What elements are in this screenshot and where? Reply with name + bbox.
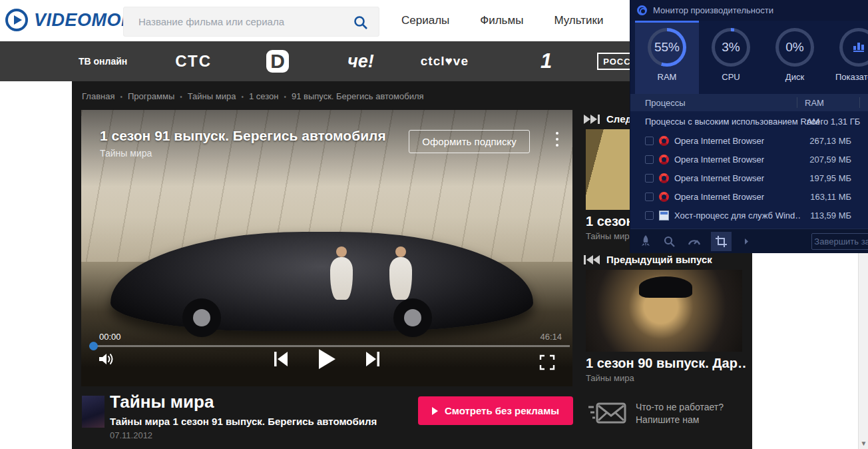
boost-icon[interactable] [640,235,651,247]
disk-gauge: 0% [775,28,814,67]
process-ram: 207,59 МБ [797,155,851,165]
next-episode-icon[interactable] [365,350,380,370]
monitor-title: Монитор производительности [653,5,773,15]
performance-monitor-panel: Монитор производительности 55% RAM 3% CP… [630,0,868,253]
process-row[interactable]: Opera Internet Browser 163,11 МБ [630,187,868,206]
episode-full-title: Тайны мира 1 сезон 91 выпуск. Берегись а… [110,416,377,427]
group-label: Процессы с высоким использованием RAM [630,117,819,127]
feedback-link[interactable]: Что-то не работает? Напишите нам [588,400,724,426]
episode-date: 07.11.2012 [110,430,152,440]
search-box [123,7,379,37]
nav-films[interactable]: Фильмы [480,14,523,27]
opera-icon [659,155,669,165]
breadcrumb: Главная•Программы•Тайны мира•1 сезон•91 … [82,91,424,101]
process-row[interactable]: Opera Internet Browser 267,13 МБ [630,131,868,150]
bar-chart-icon [853,43,864,52]
expand-arrow-icon[interactable] [744,238,749,244]
channel-domashniy-logo[interactable]: D [266,50,289,73]
col-ram[interactable]: RAM [805,98,824,108]
process-row[interactable]: Хост-процесс для служб Wind… 113,59 МБ [630,206,868,224]
process-checkbox[interactable] [645,211,654,220]
play-icon[interactable] [318,348,336,372]
show-poster[interactable] [82,396,105,428]
breadcrumb-home[interactable]: Главная [82,91,114,101]
video-player[interactable]: 1 сезон 91 выпуск. Берегись автомобиля Т… [81,110,572,386]
breadcrumb-programs[interactable]: Программы [128,91,174,101]
watch-without-ads-button[interactable]: Смотреть без рекламы [418,396,573,425]
breadcrumb-separator: • [284,93,286,101]
process-ram: 163,11 МБ [797,192,851,202]
process-checkbox[interactable] [645,137,654,145]
breadcrumb-episode: 91 выпуск. Берегись автомобиля [292,91,424,101]
previous-episode-title[interactable]: 1 сезон 90 выпуск. Дар… [586,356,746,371]
magnifier-icon[interactable] [664,236,675,247]
process-row[interactable]: Opera Internet Browser 207,59 МБ [630,150,868,169]
monitor-logo-icon [637,5,647,15]
end-task-button[interactable]: Завершить задачу [811,233,868,250]
duration: 46:14 [540,332,562,342]
breadcrumb-show[interactable]: Тайны мира [188,91,236,101]
monitor-gauge-tabs: 55% RAM 3% CPU 0% Диск Показатели [630,21,868,94]
process-checkbox[interactable] [645,155,654,164]
channel-tv-online[interactable]: ТВ онлайн [79,56,127,67]
player-show-name[interactable]: Тайны мира [100,148,152,159]
process-name: Opera Internet Browser [674,155,764,165]
monitor-toolbar: Завершить задачу [630,228,868,253]
channel-cts-logo[interactable]: СТС [175,52,212,71]
channel-ctc-love-logo[interactable]: ctcl♥ve [421,54,469,69]
ram-gauge: 55% [648,28,686,67]
player-menu-icon[interactable] [556,132,558,150]
next-episode-show: Тайны мира [586,231,634,241]
show-title[interactable]: Тайны мира [110,392,214,412]
play-triangle-icon [432,407,438,415]
current-time: 00:00 [99,332,121,342]
opera-icon [659,192,669,202]
search-input[interactable] [124,7,379,36]
watch-button-label: Смотреть без рекламы [445,405,559,416]
ram-percent: 55% [654,40,680,55]
channel-che-logo[interactable]: че! [347,51,374,72]
tab-metrics[interactable]: Показатели [827,21,868,94]
subscribe-button[interactable]: Оформить подписку [409,130,530,153]
process-table-header: Процессы RAM [630,94,868,111]
process-name: Opera Internet Browser [674,136,764,146]
channel-pervy-logo[interactable]: 1 [541,49,552,73]
previous-episode-show: Тайны мира [586,373,634,383]
previous-episode-thumbnail[interactable] [586,270,742,352]
tab-disk[interactable]: 0% Диск [763,21,827,94]
speedometer-icon[interactable] [688,237,701,245]
player-center-controls [81,348,572,372]
snapshot-crop-icon[interactable] [711,232,732,251]
windows-icon [659,211,669,221]
disk-percent: 0% [785,40,803,55]
cpu-gauge: 3% [712,28,750,67]
column-divider [797,97,797,108]
process-row[interactable]: Opera Internet Browser 197,95 МБ [630,169,868,187]
process-ram: 267,13 МБ [797,136,851,146]
cpu-label: CPU [699,72,763,82]
tab-cpu[interactable]: 3% CPU [699,21,763,94]
double-back-icon [584,255,600,264]
process-name: Хост-процесс для служб Wind… [674,211,801,221]
scroll-down-arrow[interactable]: ▼ [859,440,868,447]
previous-episode-icon[interactable] [274,350,288,370]
process-checkbox[interactable] [645,174,654,183]
video-person [389,257,412,300]
nav-cartoons[interactable]: Мультики [554,14,603,27]
cpu-percent: 3% [722,40,740,55]
metrics-label: Показатели [827,72,868,82]
double-forward-icon [584,115,600,124]
fullscreen-icon[interactable] [539,354,555,373]
breadcrumb-separator: • [120,93,122,101]
breadcrumb-season[interactable]: 1 сезон [249,91,279,101]
disk-label: Диск [763,72,827,82]
progress-bar[interactable] [89,345,570,347]
process-ram: 197,95 МБ [797,173,851,183]
process-checkbox[interactable] [645,193,654,201]
feedback-text: Что-то не работает? Напишите нам [636,400,724,426]
col-processes[interactable]: Процессы [630,98,686,108]
nav-serials[interactable]: Сериалы [401,14,449,27]
search-icon[interactable] [353,15,369,33]
video-car-wheel [182,298,221,337]
tab-ram[interactable]: 55% RAM [635,21,699,94]
